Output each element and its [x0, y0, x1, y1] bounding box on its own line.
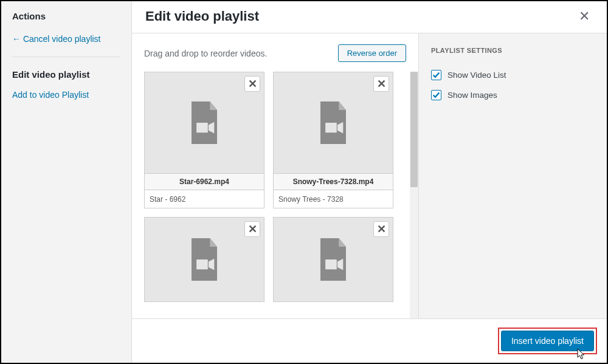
video-thumbnail[interactable]: ✕ — [273, 217, 393, 302]
video-file-icon — [187, 101, 221, 145]
video-item[interactable]: ✕ Star-6962.mp4 — [144, 72, 264, 208]
video-thumbnail[interactable]: ✕ — [144, 217, 264, 302]
svg-rect-2 — [196, 259, 208, 269]
video-thumbnail[interactable]: ✕ — [273, 72, 393, 174]
show-images-label: Show Images — [447, 91, 497, 100]
show-images-option[interactable]: Show Images — [431, 85, 595, 105]
reorder-hint: Drag and drop to reorder videos. — [144, 49, 267, 58]
remove-video-icon[interactable]: ✕ — [244, 221, 260, 237]
edit-playlist-heading: Edit video playlist — [1, 63, 131, 86]
sidebar-title: Actions — [1, 11, 131, 30]
modal-header: Edit video playlist ✕ — [132, 1, 607, 33]
show-video-list-option[interactable]: Show Video List — [431, 65, 595, 85]
playlist-settings-panel: PLAYLIST SETTINGS Show Video List Show I… — [418, 33, 607, 318]
sidebar-separator — [12, 57, 120, 57]
video-item[interactable]: ✕ — [144, 217, 264, 302]
insert-playlist-button[interactable]: Insert video playlist — [501, 331, 594, 351]
video-file-icon — [316, 238, 350, 281]
reverse-order-button[interactable]: Reverse order — [338, 44, 406, 62]
video-grid: ✕ Star-6962.mp4 — [144, 72, 407, 318]
video-filename: Star-6962.mp4 — [144, 174, 264, 190]
scrollbar[interactable] — [410, 72, 418, 318]
highlight-box: Insert video playlist — [498, 328, 597, 354]
remove-video-icon[interactable]: ✕ — [373, 76, 389, 92]
list-toolbar: Drag and drop to reorder videos. Reverse… — [132, 33, 418, 72]
svg-rect-0 — [196, 123, 208, 132]
remove-video-icon[interactable]: ✕ — [244, 76, 260, 92]
checkbox-checked-icon[interactable] — [431, 90, 441, 100]
page-title: Edit video playlist — [145, 9, 259, 24]
video-item[interactable]: ✕ — [273, 217, 393, 302]
show-video-list-label: Show Video List — [447, 70, 506, 80]
svg-rect-3 — [325, 259, 337, 269]
add-to-playlist-link[interactable]: Add to video Playlist — [1, 86, 131, 104]
video-file-icon — [316, 101, 350, 145]
actions-sidebar: Actions ← Cancel video playlist Edit vid… — [1, 1, 132, 363]
video-caption-input[interactable] — [273, 190, 393, 208]
video-thumbnail[interactable]: ✕ — [144, 72, 264, 174]
close-icon[interactable]: ✕ — [575, 9, 593, 24]
video-caption-input[interactable] — [144, 190, 264, 208]
settings-title: PLAYLIST SETTINGS — [431, 47, 595, 54]
checkbox-checked-icon[interactable] — [431, 70, 441, 80]
video-filename: Snowy-Trees-7328.mp4 — [273, 174, 393, 190]
scrollbar-thumb[interactable] — [410, 72, 418, 187]
video-item[interactable]: ✕ Snowy-Trees-7328.mp4 — [273, 72, 393, 208]
modal-footer: Insert video playlist — [132, 318, 607, 363]
svg-rect-1 — [325, 123, 337, 132]
cancel-playlist-link[interactable]: ← Cancel video playlist — [1, 30, 131, 48]
remove-video-icon[interactable]: ✕ — [373, 221, 389, 237]
video-file-icon — [187, 238, 221, 281]
